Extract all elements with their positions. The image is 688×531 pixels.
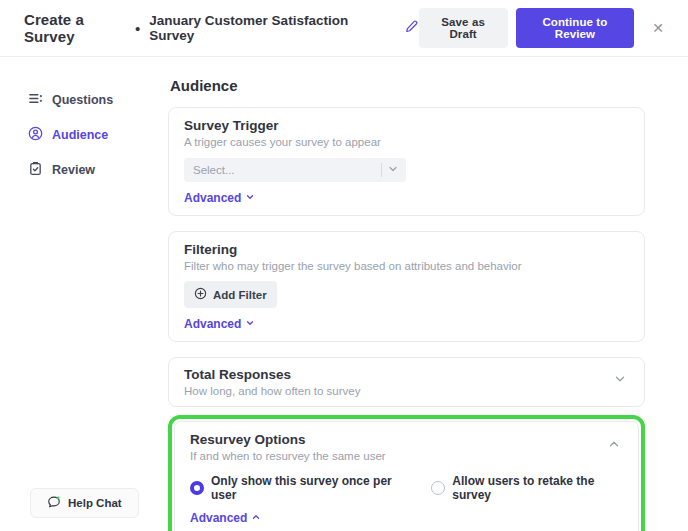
resurvey-radio-group: Only show this survey once per user Allo… [190, 474, 623, 502]
chevron-up-icon [251, 511, 261, 525]
chevron-down-icon [613, 374, 627, 389]
trigger-select[interactable]: Select... [184, 158, 406, 182]
advanced-toggle[interactable]: Advanced [184, 317, 255, 331]
radio-label: Only show this survey once per user [211, 474, 405, 502]
help-chat-label: Help Chat [68, 497, 122, 509]
edit-survey-name-button[interactable] [404, 19, 419, 37]
chat-bubble-icon [47, 495, 61, 511]
chevron-down-icon [387, 161, 399, 179]
chevron-up-icon [607, 439, 621, 454]
advanced-label: Advanced [190, 511, 247, 525]
add-filter-button[interactable]: Add Filter [184, 281, 277, 308]
header-actions: Save as Draft Continue to Review ✕ [419, 8, 666, 48]
radio-selected-icon[interactable] [190, 481, 204, 495]
sidebar-item-label: Audience [52, 128, 108, 142]
sidebar-item-label: Questions [52, 93, 113, 107]
list-icon [28, 91, 43, 109]
page-title: Create a Survey [24, 11, 129, 45]
help-chat-button[interactable]: Help Chat [30, 488, 139, 518]
card-header-text: Resurvey Options If and when to resurvey… [190, 432, 386, 463]
title-separator-dot: • [135, 20, 140, 37]
sidebar-item-audience[interactable]: Audience [28, 126, 168, 144]
advanced-label: Advanced [184, 317, 241, 331]
section-heading: Audience [170, 77, 645, 94]
radio-label: Allow users to retake the survey [452, 474, 623, 502]
save-as-draft-button[interactable]: Save as Draft [419, 8, 508, 48]
expand-card-button[interactable] [611, 370, 629, 391]
select-placeholder: Select... [193, 164, 381, 176]
filtering-card: Filtering Filter who may trigger the sur… [168, 231, 645, 342]
chevron-down-icon [245, 191, 255, 205]
select-divider [381, 163, 382, 177]
header: Create a Survey • January Customer Satis… [0, 0, 688, 57]
card-subtitle: Filter who may trigger the survey based … [184, 260, 629, 273]
card-title: Resurvey Options [190, 432, 386, 448]
card-title: Filtering [184, 242, 629, 258]
plus-circle-icon [194, 287, 207, 302]
survey-name: January Customer Satisfaction Survey [149, 13, 375, 43]
radio-allow-retake[interactable]: Allow users to retake the survey [431, 474, 623, 502]
survey-trigger-card: Survey Trigger A trigger causes your sur… [168, 107, 645, 216]
card-subtitle: How long, and how often to survey [184, 385, 360, 398]
advanced-toggle[interactable]: Advanced [184, 191, 255, 205]
total-responses-card: Total Responses How long, and how often … [168, 357, 645, 407]
close-icon[interactable]: ✕ [650, 19, 666, 37]
chevron-down-icon [245, 317, 255, 331]
pencil-icon [404, 19, 419, 37]
sidebar-item-review[interactable]: Review [28, 161, 168, 179]
continue-to-review-button[interactable]: Continue to Review [516, 8, 635, 48]
main-content: Audience Survey Trigger A trigger causes… [168, 57, 688, 531]
sidebar-item-label: Review [52, 163, 95, 177]
clipboard-check-icon [28, 161, 43, 179]
radio-unselected-icon[interactable] [431, 481, 445, 495]
person-circle-icon [28, 126, 43, 144]
radio-once-per-user[interactable]: Only show this survey once per user [190, 474, 405, 502]
advanced-toggle[interactable]: Advanced [190, 511, 261, 525]
collapse-card-button[interactable] [605, 435, 623, 456]
body: Questions Audience [0, 57, 688, 531]
card-title: Survey Trigger [184, 118, 629, 134]
card-subtitle: If and when to resurvey the same user [190, 450, 386, 463]
resurvey-options-card: Resurvey Options If and when to resurvey… [174, 421, 639, 531]
add-filter-label: Add Filter [213, 289, 267, 301]
advanced-label: Advanced [184, 191, 241, 205]
create-survey-modal: Create a Survey • January Customer Satis… [0, 0, 688, 531]
resurvey-options-highlight: Resurvey Options If and when to resurvey… [168, 415, 645, 531]
card-subtitle: A trigger causes your survey to appear [184, 136, 629, 149]
card-header-text: Total Responses How long, and how often … [184, 367, 360, 398]
sidebar: Questions Audience [0, 57, 168, 531]
card-title: Total Responses [184, 367, 360, 383]
sidebar-item-questions[interactable]: Questions [28, 91, 168, 109]
